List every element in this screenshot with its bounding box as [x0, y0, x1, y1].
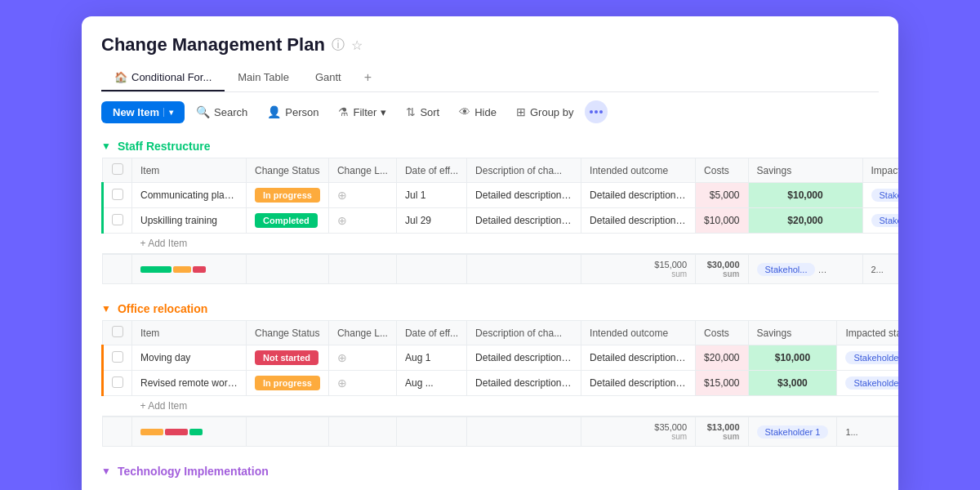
sort-button[interactable]: ⇅ Sort [398, 100, 448, 123]
col-outcome: Intended outcome [581, 158, 696, 183]
stakeholder-badge[interactable]: Stakeholder 2 [871, 189, 899, 202]
col-checkbox [103, 321, 132, 345]
add-item-label[interactable]: + Add Item [132, 396, 899, 417]
cell-desc: Detailed description o... [467, 183, 581, 208]
summary-stakeholder-badge[interactable]: Stakeholder 1 [757, 425, 829, 439]
new-item-button[interactable]: New Item ▾ [101, 101, 185, 123]
cell-costs: $10,000 [696, 208, 748, 234]
person-button[interactable]: 👤 Person [259, 100, 327, 123]
cell-change-l: ⊕ [328, 208, 396, 234]
summary-stakeholder-badge-2[interactable]: Stakehol... [818, 263, 862, 276]
summary-row-staff: $15,000 sum $30,000 sum Stakehol... Stak… [103, 254, 899, 284]
cell-item: Communicating plans by t... [132, 183, 247, 208]
info-icon[interactable]: ⓘ [332, 37, 345, 54]
chevron-icon-tech: ▼ [101, 466, 111, 477]
row-checkbox[interactable] [112, 351, 123, 363]
col-status: Change Status [247, 321, 329, 345]
cell-change-l: ⊕ [328, 345, 396, 371]
hide-button[interactable]: 👁 Hide [451, 100, 505, 123]
cell-stakeholder: Stakeholder 1 [837, 345, 898, 371]
tab-main-table[interactable]: Main Table [225, 65, 302, 91]
col-stakeholders: Impacted stakeholders [837, 321, 898, 345]
cell-stakeholder: Stakeholder 2 [862, 183, 898, 208]
cell-savings: $10,000 [748, 183, 862, 208]
col-outcome: Intended outcome [581, 321, 696, 345]
col-checkbox [103, 158, 132, 183]
toolbar: New Item ▾ 🔍 Search 👤 Person ⚗ Filter ▾ … [82, 92, 898, 131]
row-checkbox[interactable] [112, 376, 123, 388]
group-header-tech[interactable]: ▼ Technology Implementation [101, 457, 879, 483]
col-item: Item [132, 321, 247, 345]
col-item: Item [132, 158, 247, 183]
summary-savings: $30,000 sum [696, 254, 748, 284]
summary-row-office: $35,000 sum $13,000 sum Stakeholder 1 1.… [103, 416, 899, 447]
group-header-office[interactable]: ▼ Office relocation [101, 294, 879, 320]
filter-icon: ⚗ [338, 105, 349, 118]
col-date: Date of eff... [396, 321, 466, 345]
col-stakeholders: Impacted stakeholders [862, 158, 898, 183]
row-checkbox[interactable] [112, 189, 123, 200]
cell-outcome: Detailed description o... [581, 371, 696, 396]
summary-savings: $13,000 sum [696, 416, 748, 447]
header-checkbox[interactable] [112, 326, 123, 337]
col-date: Date of eff... [396, 158, 466, 183]
stakeholder-badge[interactable]: Stakeholder 1 [845, 351, 898, 364]
tabs-bar: 🏠 Conditional For... Main Table Gantt + [101, 64, 879, 92]
group-by-button[interactable]: ⊞ Group by [508, 100, 581, 123]
col-savings: Savings [748, 321, 837, 345]
status-badge: Not started [255, 350, 318, 365]
change-icon[interactable]: ⊕ [337, 351, 347, 364]
new-item-arrow: ▾ [163, 108, 173, 117]
more-options-button[interactable] [585, 100, 608, 123]
cell-change-l: ⊕ [328, 371, 396, 396]
summary-stakeholder-badge[interactable]: Stakehol... [757, 263, 816, 276]
cell-desc: Detailed description o... [467, 208, 581, 234]
group-header-staff[interactable]: ▼ Staff Restructure [101, 131, 879, 158]
status-badge: In progress [255, 376, 320, 390]
page-title: Change Management Plan [101, 34, 325, 56]
cell-date: Aug ... [396, 371, 466, 396]
cell-costs: $5,000 [696, 183, 748, 208]
col-costs: Costs [696, 321, 748, 345]
table-container: ▼ Staff Restructure Item Change Status C… [82, 131, 898, 483]
header-checkbox[interactable] [112, 163, 123, 175]
row-checkbox[interactable] [112, 214, 123, 225]
stakeholder-badge[interactable]: Stakeholder 1 [871, 214, 899, 227]
staff-table: Item Change Status Change L... Date of e… [101, 158, 898, 284]
summary-extra: 2... [862, 254, 898, 284]
tab-gantt[interactable]: Gantt [302, 65, 354, 91]
cell-desc: Detailed description o... [467, 345, 581, 371]
summary-extra: 1... [837, 416, 898, 447]
change-icon[interactable]: ⊕ [337, 376, 347, 390]
add-tab-button[interactable]: + [354, 64, 381, 91]
cell-costs: $20,000 [696, 345, 748, 371]
cell-item: Moving day [132, 345, 247, 371]
office-table: Item Change Status Change L... Date of e… [101, 320, 898, 447]
tab-conditional[interactable]: 🏠 Conditional For... [101, 65, 225, 91]
person-icon: 👤 [267, 105, 281, 118]
col-change-l: Change L... [328, 321, 396, 345]
app-window: Change Management Plan ⓘ ☆ 🏠 Conditional… [82, 16, 898, 490]
hide-icon: 👁 [459, 105, 470, 118]
title-row: Change Management Plan ⓘ ☆ [101, 34, 879, 56]
cell-savings: $10,000 [748, 345, 837, 371]
change-icon[interactable]: ⊕ [337, 189, 347, 202]
cell-item: Revised remote working la... [132, 371, 247, 396]
status-badge: Completed [255, 213, 318, 228]
add-item-row-staff[interactable]: + Add Item [103, 234, 899, 255]
search-button[interactable]: 🔍 Search [188, 100, 256, 123]
summary-progress [132, 254, 247, 284]
stakeholder-badge[interactable]: Stakeholder 1 [845, 376, 898, 390]
cell-status: In progress [247, 183, 329, 208]
add-item-label[interactable]: + Add Item [132, 234, 899, 255]
star-icon[interactable]: ☆ [351, 38, 363, 53]
change-icon[interactable]: ⊕ [337, 214, 347, 227]
sort-icon: ⇅ [406, 105, 416, 118]
cell-stakeholder: Stakeholder 1 [837, 371, 898, 396]
filter-button[interactable]: ⚗ Filter ▾ [330, 100, 394, 123]
table-row: Communicating plans by t... In progress … [103, 183, 899, 208]
col-costs: Costs [696, 158, 748, 183]
cell-status: Not started [247, 345, 329, 371]
add-item-row-office[interactable]: + Add Item [103, 396, 899, 417]
cell-outcome: Detailed description o... [581, 183, 696, 208]
